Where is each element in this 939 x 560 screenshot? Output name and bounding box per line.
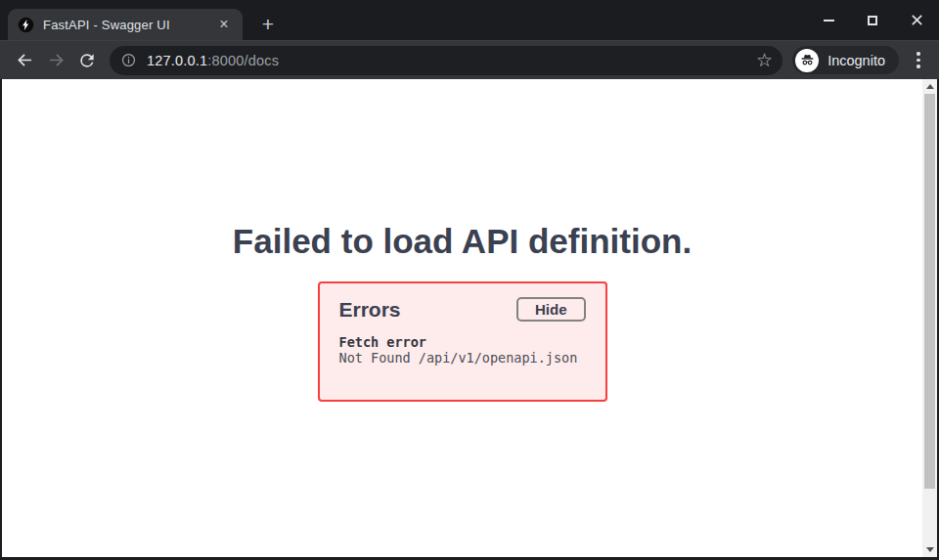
errors-title: Errors	[339, 298, 401, 322]
url-host: 127.0.0.1	[147, 53, 207, 68]
reload-button[interactable]	[72, 46, 102, 75]
menu-dot-icon	[917, 52, 920, 56]
menu-dot-icon	[917, 59, 920, 63]
reload-icon	[77, 51, 97, 70]
site-info-icon[interactable]	[120, 52, 137, 68]
tab-title: FastAPI - Swagger UI	[43, 18, 209, 32]
back-button[interactable]	[10, 46, 39, 75]
tab-strip: FastAPI - Swagger UI × +	[0, 0, 939, 40]
page-viewport: Failed to load API definition. Errors Hi…	[2, 79, 937, 557]
scrollbar-thumb[interactable]	[924, 94, 935, 489]
incognito-badge: Incognito	[792, 46, 899, 74]
browser-tab[interactable]: FastAPI - Swagger UI ×	[8, 9, 243, 40]
window-controls	[822, 0, 923, 40]
back-arrow-icon	[15, 50, 35, 70]
incognito-icon	[795, 49, 819, 72]
forward-arrow-icon	[46, 50, 67, 70]
incognito-label: Incognito	[827, 53, 885, 68]
browser-menu-button[interactable]	[908, 46, 929, 75]
hide-button[interactable]: Hide	[516, 297, 586, 322]
scroll-up-icon	[926, 84, 934, 89]
scroll-down-button[interactable]	[922, 542, 937, 557]
window-maximize-button[interactable]	[866, 14, 879, 27]
error-title: Fetch error	[339, 334, 586, 350]
browser-window: FastAPI - Swagger UI × +	[0, 0, 939, 560]
fastapi-favicon-icon	[18, 17, 34, 33]
errors-panel: Errors Hide Fetch error Not Found /api/v…	[318, 281, 607, 402]
tab-close-icon[interactable]: ×	[215, 17, 233, 32]
scrollbar[interactable]	[922, 79, 937, 557]
page-title: Failed to load API definition.	[2, 222, 922, 261]
swagger-content: Failed to load API definition. Errors Hi…	[2, 222, 922, 402]
url-path: :8000/docs	[207, 53, 279, 68]
new-tab-button[interactable]: +	[255, 13, 281, 38]
minimize-icon	[824, 20, 834, 22]
browser-toolbar: 127.0.0.1:8000/docs ☆ Incognito	[0, 40, 939, 79]
errors-header: Errors Hide	[339, 297, 586, 322]
window-close-button[interactable]	[910, 14, 923, 27]
close-icon	[911, 14, 923, 26]
scroll-up-button[interactable]	[922, 79, 937, 94]
url-text[interactable]: 127.0.0.1:8000/docs	[147, 53, 279, 68]
scroll-down-icon	[926, 547, 934, 552]
menu-dot-icon	[917, 65, 920, 68]
error-item: Fetch error Not Found /api/v1/openapi.js…	[339, 334, 586, 366]
address-bar[interactable]: 127.0.0.1:8000/docs ☆	[110, 46, 782, 75]
error-message: Not Found /api/v1/openapi.json	[339, 350, 586, 366]
bookmark-star-icon[interactable]: ☆	[756, 51, 773, 69]
window-minimize-button[interactable]	[822, 14, 835, 27]
forward-button[interactable]	[41, 46, 70, 75]
maximize-icon	[868, 16, 877, 25]
